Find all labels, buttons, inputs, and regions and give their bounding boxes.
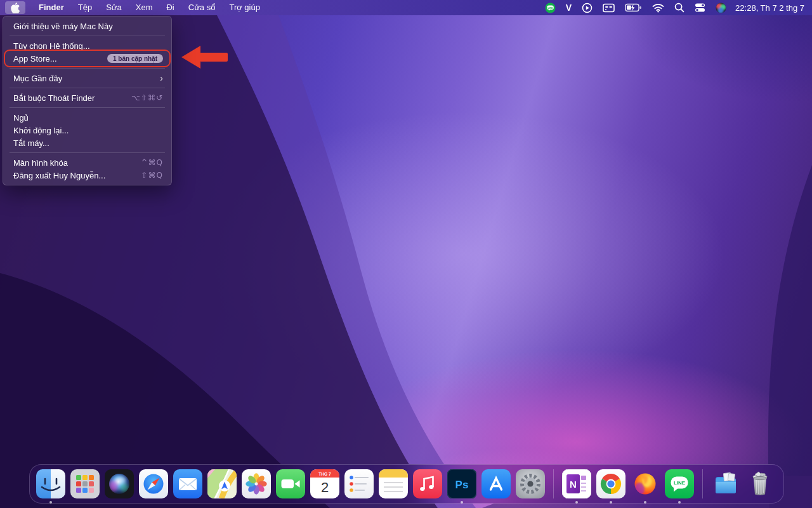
dock-launchpad-icon[interactable] xyxy=(70,469,100,498)
menu-item-system-preferences[interactable]: Tùy chọn Hệ thống... xyxy=(3,39,171,52)
dock: THG 7 2 xyxy=(29,464,784,504)
menu-item-log-out[interactable]: Đăng xuất Huy Nguyễn... ⇧⌘Q xyxy=(3,169,171,182)
menu-separator xyxy=(10,68,165,69)
dock-calendar-icon[interactable]: THG 7 2 xyxy=(310,469,339,498)
search-icon[interactable] xyxy=(672,1,687,15)
dock-divider xyxy=(553,469,554,498)
menu-edit[interactable]: Sửa xyxy=(99,0,129,15)
menu-item-force-quit[interactable]: Bắt buộc Thoát Finder ⌥⇧⌘↺ xyxy=(3,91,171,104)
menu-separator xyxy=(10,88,165,88)
menu-window[interactable]: Cửa sổ xyxy=(181,0,223,15)
dock-line-icon[interactable]: LINE xyxy=(665,469,694,498)
menu-view[interactable]: Xem xyxy=(129,0,160,15)
dock-trash-icon[interactable] xyxy=(745,469,775,498)
menu-help[interactable]: Trợ giúp xyxy=(222,0,267,15)
menu-item-app-store[interactable]: App Store... 1 bản cập nhật xyxy=(3,52,171,65)
svg-text:LINE: LINE xyxy=(547,6,553,9)
siri-orb-icon[interactable] xyxy=(713,1,729,15)
dock-maps-icon[interactable] xyxy=(207,469,237,498)
menubar-clock[interactable]: 22:28, Th 7 2 thg 7 xyxy=(735,3,804,13)
line-icon[interactable]: LINE xyxy=(542,1,558,15)
svg-text:LINE: LINE xyxy=(674,480,686,486)
shortcut-lock-screen: ^⌘Q xyxy=(141,158,164,167)
svg-text:N: N xyxy=(570,479,577,490)
menu-item-restart[interactable]: Khởi động lại... xyxy=(3,124,171,137)
dock-divider xyxy=(702,469,703,498)
menu-item-lock-screen[interactable]: Màn hình khóa ^⌘Q xyxy=(3,156,171,169)
dock-photos-icon[interactable] xyxy=(242,469,271,498)
control-center-icon[interactable] xyxy=(692,1,708,15)
dock-system-preferences-icon[interactable] xyxy=(516,469,545,498)
dock-mail-icon[interactable] xyxy=(173,469,202,498)
svg-text:2: 2 xyxy=(321,479,329,495)
dock-siri-icon[interactable] xyxy=(105,469,134,498)
dock-facetime-icon[interactable] xyxy=(276,469,305,498)
apple-menu-button[interactable] xyxy=(5,1,25,14)
menu-bar: Finder Tệp Sửa Xem Đi Cửa sổ Trợ giúp LI… xyxy=(0,0,812,15)
shortcut-force-quit: ⌥⇧⌘↺ xyxy=(131,93,163,102)
input-source-icon[interactable] xyxy=(600,1,617,15)
annotation-arrow-icon xyxy=(181,46,228,69)
dock-onenote-icon[interactable]: N xyxy=(562,469,591,498)
dock-music-icon[interactable] xyxy=(413,469,442,498)
menu-item-shut-down[interactable]: Tắt máy... xyxy=(3,137,171,149)
menu-item-about-this-mac[interactable]: Giới thiệu về máy Mac Này xyxy=(3,20,171,32)
wifi-icon[interactable] xyxy=(650,1,667,15)
v-app-icon[interactable]: V xyxy=(563,1,574,15)
dock-photoshop-icon[interactable]: Ps xyxy=(447,469,476,498)
dock-downloads-folder-icon[interactable] xyxy=(711,469,740,498)
dock-reminders-icon[interactable] xyxy=(344,469,374,498)
dock-firefox-icon[interactable] xyxy=(631,469,660,498)
menu-go[interactable]: Đi xyxy=(159,0,181,15)
dock-finder-icon[interactable] xyxy=(36,469,65,498)
menu-separator xyxy=(10,107,165,108)
submenu-chevron-icon: › xyxy=(160,74,163,83)
menu-item-sleep[interactable]: Ngủ xyxy=(3,111,171,124)
apple-menu-panel: Giới thiệu về máy Mac Này Tùy chọn Hệ th… xyxy=(3,16,172,185)
dock-safari-icon[interactable] xyxy=(139,469,168,498)
battery-charging-icon[interactable] xyxy=(622,1,645,15)
desktop: Finder Tệp Sửa Xem Đi Cửa sổ Trợ giúp LI… xyxy=(0,0,812,508)
svg-text:THG 7: THG 7 xyxy=(318,472,331,476)
update-count-badge: 1 bản cập nhật xyxy=(107,54,163,63)
svg-text:Ps: Ps xyxy=(455,479,469,491)
dock-notes-icon[interactable] xyxy=(379,469,408,498)
menu-separator xyxy=(10,152,165,153)
menu-item-recent-items[interactable]: Mục Gần đây › xyxy=(3,72,171,84)
menu-separator xyxy=(10,36,165,36)
menu-file[interactable]: Tệp xyxy=(71,0,99,15)
dock-chrome-icon[interactable] xyxy=(596,469,625,498)
shortcut-log-out: ⇧⌘Q xyxy=(141,171,164,180)
dock-app-store-icon[interactable] xyxy=(481,469,511,498)
app-menus: Finder Tệp Sửa Xem Đi Cửa sổ Trợ giúp xyxy=(32,0,267,15)
apple-icon xyxy=(11,3,20,13)
now-playing-icon[interactable] xyxy=(579,1,595,15)
menu-finder[interactable]: Finder xyxy=(32,0,71,15)
